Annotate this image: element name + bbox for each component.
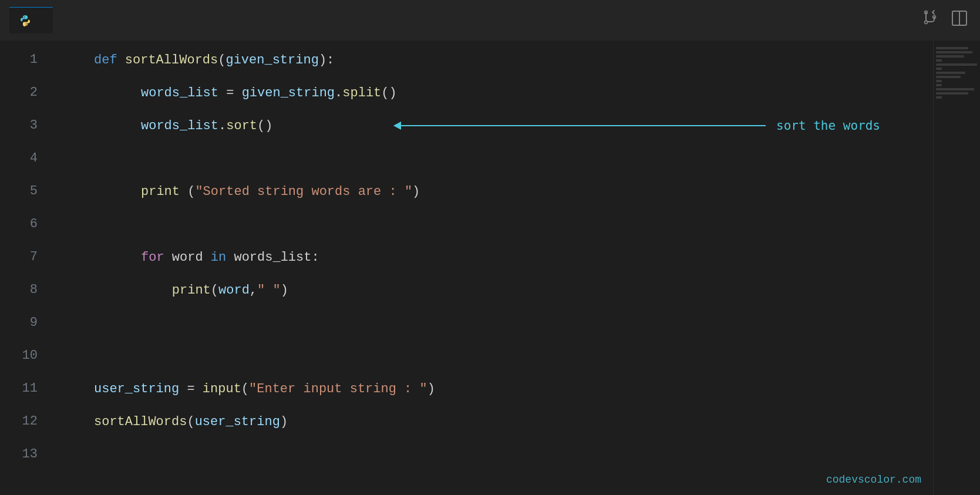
python-icon bbox=[19, 14, 32, 27]
annotation-arrow: sort the words bbox=[393, 119, 880, 133]
line-number-1: 1 bbox=[0, 43, 38, 76]
token: words_list bbox=[141, 86, 218, 100]
line-number-2: 2 bbox=[0, 76, 38, 109]
token: ) bbox=[280, 415, 288, 429]
tab-bar-actions bbox=[921, 9, 968, 32]
token: print bbox=[172, 283, 211, 298]
line-number-3: 3 bbox=[0, 109, 38, 142]
token: ( bbox=[187, 184, 195, 199]
token: given_string bbox=[225, 53, 318, 68]
line-number-9: 9 bbox=[0, 307, 38, 339]
token: in bbox=[211, 250, 226, 265]
token: word bbox=[218, 283, 250, 298]
token: ): bbox=[319, 53, 334, 68]
token: words_list: bbox=[226, 250, 319, 265]
token: print bbox=[141, 184, 187, 199]
line-number-6: 6 bbox=[0, 208, 38, 241]
token: words_list bbox=[141, 119, 218, 133]
branch-icon[interactable] bbox=[921, 9, 939, 32]
token: ( bbox=[218, 53, 225, 68]
code-line-4 bbox=[47, 142, 933, 175]
tab-example-py[interactable] bbox=[9, 7, 53, 33]
code-line-12: sortAllWords(user_string) bbox=[47, 405, 933, 438]
token: . bbox=[218, 119, 226, 133]
arrow-head bbox=[393, 122, 401, 130]
line-number-12: 12 bbox=[0, 405, 38, 438]
token: "Sorted string words are : " bbox=[195, 184, 412, 199]
code-line-9 bbox=[47, 307, 933, 339]
token: = bbox=[218, 86, 242, 100]
token: ( bbox=[211, 283, 218, 298]
token: user_string bbox=[94, 382, 179, 396]
token: ( bbox=[241, 382, 249, 396]
token: sortAllWords bbox=[94, 415, 187, 429]
token: "Enter input string : " bbox=[249, 382, 427, 396]
code-line-11: user_string = input("Enter input string … bbox=[47, 372, 933, 405]
token: , bbox=[250, 283, 257, 298]
token: () bbox=[381, 86, 396, 100]
editor: 12345678910111213 def sortAllWords(given… bbox=[0, 41, 980, 495]
code-line-2: words_list = given_string.split() bbox=[47, 76, 933, 109]
line-number-5: 5 bbox=[0, 175, 38, 208]
token: " " bbox=[257, 283, 281, 298]
token: . bbox=[335, 86, 342, 100]
line-number-11: 11 bbox=[0, 372, 38, 405]
code-line-6 bbox=[47, 208, 933, 241]
line-number-4: 4 bbox=[0, 142, 38, 175]
code-line-1: def sortAllWords(given_string): bbox=[47, 43, 933, 76]
token: given_string bbox=[242, 86, 335, 100]
token: = bbox=[179, 382, 203, 396]
token: split bbox=[342, 86, 381, 100]
line-number-8: 8 bbox=[0, 274, 38, 307]
layout-icon[interactable] bbox=[951, 9, 968, 32]
minimap bbox=[933, 41, 980, 495]
token: ( bbox=[187, 415, 194, 429]
tab-bar bbox=[0, 0, 980, 41]
token: ) bbox=[427, 382, 435, 396]
line-number-10: 10 bbox=[0, 339, 38, 372]
code-area[interactable]: def sortAllWords(given_string):words_lis… bbox=[47, 41, 933, 495]
svg-point-2 bbox=[925, 21, 928, 23]
token: for bbox=[141, 250, 164, 265]
code-line-13 bbox=[47, 438, 933, 471]
line-numbers: 12345678910111213 bbox=[0, 41, 47, 495]
annotation-text: sort the words bbox=[776, 119, 880, 133]
token: user_string bbox=[195, 415, 280, 429]
token: word bbox=[164, 250, 211, 265]
token: sort bbox=[226, 119, 257, 133]
code-line-10 bbox=[47, 339, 933, 372]
arrow-line bbox=[401, 125, 766, 126]
token: ) bbox=[281, 283, 288, 298]
token bbox=[141, 283, 172, 298]
code-line-7: for word in words_list: bbox=[47, 241, 933, 274]
watermark: codevscolor.com bbox=[826, 474, 921, 486]
code-line-5: print ("Sorted string words are : ") bbox=[47, 175, 933, 208]
token: ) bbox=[412, 184, 420, 199]
token: () bbox=[257, 119, 272, 133]
code-line-8: print(word," ") bbox=[47, 274, 933, 307]
token: input bbox=[203, 382, 241, 396]
line-number-7: 7 bbox=[0, 241, 38, 274]
line-number-13: 13 bbox=[0, 438, 38, 471]
token: def bbox=[94, 53, 125, 68]
token: sortAllWords bbox=[125, 53, 218, 68]
